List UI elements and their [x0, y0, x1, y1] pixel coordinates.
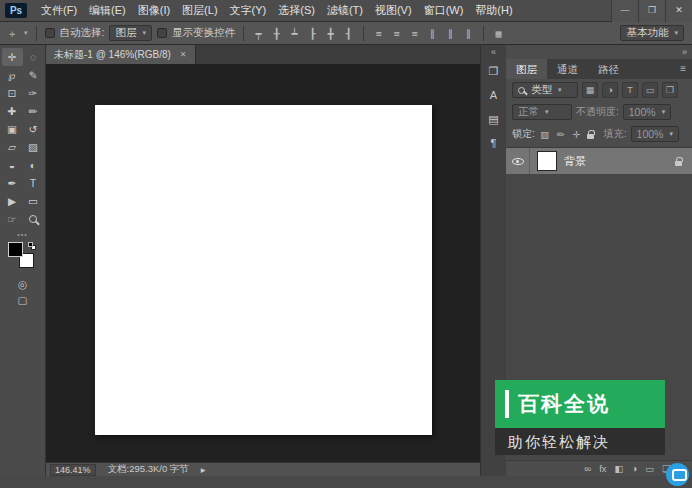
eraser-tool[interactable]: ▱ [2, 138, 23, 156]
clone-stamp-tool[interactable]: ▣ [2, 120, 23, 138]
close-button[interactable]: ✕ [665, 0, 692, 22]
healing-brush-tool[interactable]: ✚ [2, 102, 23, 120]
link-layers-icon[interactable]: ∞ [584, 463, 591, 474]
layer-filter-dropdown[interactable]: 类型 ▾ [512, 82, 578, 98]
chevron-down-icon: ▾ [545, 108, 549, 116]
shape-tool[interactable]: ▭ [23, 192, 44, 210]
filter-smart-objects-icon[interactable]: ❐ [662, 82, 678, 98]
zoom-level-field[interactable]: 146.41% [50, 464, 96, 476]
visibility-toggle[interactable] [506, 148, 530, 174]
distribute-top-edges-icon[interactable]: ≡ [372, 28, 385, 39]
menu-edit[interactable]: 编辑(E) [83, 3, 132, 18]
filter-adjustment-layers-icon[interactable]: ◑ [602, 82, 618, 98]
chevron-down-icon: ▾ [669, 130, 673, 138]
align-horizontal-centers-icon[interactable]: ╋ [324, 28, 337, 39]
menu-filter[interactable]: 滤镜(T) [321, 3, 369, 18]
align-top-edges-icon[interactable]: ┯ [252, 28, 265, 39]
filter-type-layers-icon[interactable]: T [622, 82, 638, 98]
distribute-horizontal-centers-icon[interactable]: ∥ [444, 28, 457, 39]
show-transform-checkbox[interactable] [157, 28, 167, 38]
auto-select-dropdown[interactable]: 图层 ▾ [109, 25, 152, 41]
blend-mode-dropdown[interactable]: 正常 ▾ [512, 104, 572, 120]
panel-menu-icon[interactable]: ≡ [674, 59, 692, 79]
align-left-edges-icon[interactable]: ┠ [306, 28, 319, 39]
expand-panels-icon[interactable]: « [491, 47, 496, 57]
new-adjustment-layer-icon[interactable]: ◑ [632, 463, 638, 474]
menu-image[interactable]: 图像(I) [132, 3, 176, 18]
auto-select-checkbox[interactable] [45, 28, 55, 38]
lock-position-icon[interactable]: ✛ [571, 129, 583, 140]
layer-style-icon[interactable]: fx [599, 463, 606, 474]
more-tools-icon[interactable]: ••• [17, 231, 27, 238]
blur-tool[interactable]: ◒ [2, 156, 23, 174]
new-group-icon[interactable]: ▭ [645, 463, 654, 474]
document-canvas[interactable] [95, 105, 432, 435]
default-colors-icon[interactable] [28, 242, 38, 252]
align-bottom-edges-icon[interactable]: ┷ [288, 28, 301, 39]
menu-window[interactable]: 窗口(W) [418, 3, 470, 18]
document-tab[interactable]: 未标题-1 @ 146%(RGB/8) ✕ [46, 45, 196, 64]
distribute-left-edges-icon[interactable]: ∥ [426, 28, 439, 39]
workspace-switcher[interactable]: 基本功能 ▾ [620, 25, 684, 41]
tab-close-icon[interactable]: ✕ [180, 50, 187, 59]
color-panel-icon[interactable]: ▤ [483, 109, 505, 129]
pen-tool[interactable]: ✒ [2, 174, 23, 192]
collapse-panels-icon[interactable]: » [682, 47, 687, 57]
menu-select[interactable]: 选择(S) [272, 3, 321, 18]
menu-file[interactable]: 文件(F) [35, 3, 83, 18]
titlebar: Ps 文件(F) 编辑(E) 图像(I) 图层(L) 文字(Y) 选择(S) 滤… [0, 0, 692, 22]
tool-preset-caret-icon[interactable]: ▾ [24, 29, 28, 37]
opacity-dropdown[interactable]: 100% ▾ [623, 104, 671, 120]
lock-transparent-pixels-icon[interactable]: ▨ [539, 129, 551, 140]
menu-type[interactable]: 文字(Y) [224, 3, 273, 18]
panel-tab-bar: 图层 通道 路径 ≡ [506, 59, 692, 79]
align-vertical-centers-icon[interactable]: ╂ [270, 28, 283, 39]
lock-image-pixels-icon[interactable]: ✏ [555, 129, 567, 140]
zoom-tool[interactable] [23, 210, 44, 228]
align-right-edges-icon[interactable]: ┨ [342, 28, 355, 39]
lock-fill-row: 锁定: ▨ ✏ ✛ 填充: 100% ▾ [506, 123, 692, 145]
eyedropper-tool[interactable]: ✑ [23, 84, 44, 102]
fill-dropdown[interactable]: 100% ▾ [631, 126, 679, 142]
screen-mode-button[interactable]: ▢ [12, 292, 33, 308]
distribute-right-edges-icon[interactable]: ∥ [462, 28, 475, 39]
tab-channels[interactable]: 通道 [547, 59, 588, 79]
lasso-tool[interactable]: ℘ [2, 66, 23, 84]
add-layer-mask-icon[interactable]: ◧ [615, 463, 624, 474]
layer-thumbnail[interactable] [537, 151, 557, 171]
tools-panel: ✛ ◌ ℘ ✎ ⊡ ✑ ✚ ✏ ▣ ↺ ▱ ▨ ◒ ◐ ✒ T ▶ ▭ ☞ ••… [0, 45, 46, 476]
character-panel-icon[interactable]: A [483, 85, 505, 105]
quick-selection-tool[interactable]: ✎ [23, 66, 44, 84]
quick-mask-mode-button[interactable]: ◎ [12, 276, 33, 292]
move-tool[interactable]: ✛ [2, 48, 23, 66]
distribute-bottom-edges-icon[interactable]: ≡ [408, 28, 421, 39]
brush-tool[interactable]: ✏ [23, 102, 44, 120]
tab-layers[interactable]: 图层 [506, 59, 547, 79]
maximize-button[interactable]: ❐ [638, 0, 665, 22]
menu-help[interactable]: 帮助(H) [469, 3, 518, 18]
type-tool[interactable]: T [23, 174, 44, 192]
paragraph-panel-icon[interactable]: ¶ [483, 133, 505, 153]
filter-shape-layers-icon[interactable]: ▭ [642, 82, 658, 98]
menu-view[interactable]: 视图(V) [369, 3, 418, 18]
canvas-area[interactable] [46, 64, 480, 462]
dodge-tool[interactable]: ◐ [23, 156, 44, 174]
history-brush-tool[interactable]: ↺ [23, 120, 44, 138]
layer-row-background[interactable]: 背景 [506, 148, 692, 174]
lock-all-icon[interactable] [587, 134, 594, 139]
foreground-color-swatch[interactable] [8, 242, 23, 257]
auto-align-layers-icon[interactable]: ▦ [492, 28, 505, 39]
path-selection-tool[interactable]: ▶ [2, 192, 23, 210]
tab-paths[interactable]: 路径 [588, 59, 629, 79]
filter-pixel-layers-icon[interactable]: ▦ [582, 82, 598, 98]
history-panel-icon[interactable]: ❐ [483, 61, 505, 81]
status-chevron-icon[interactable]: ▸ [201, 464, 206, 475]
marquee-tool[interactable]: ◌ [23, 48, 44, 66]
gradient-tool[interactable]: ▨ [23, 138, 44, 156]
hand-tool[interactable]: ☞ [2, 210, 23, 228]
crop-tool[interactable]: ⊡ [2, 84, 23, 102]
lock-label: 锁定: [512, 127, 535, 141]
distribute-vertical-centers-icon[interactable]: ≡ [390, 28, 403, 39]
minimize-button[interactable]: — [611, 0, 638, 22]
menu-layer[interactable]: 图层(L) [176, 3, 223, 18]
